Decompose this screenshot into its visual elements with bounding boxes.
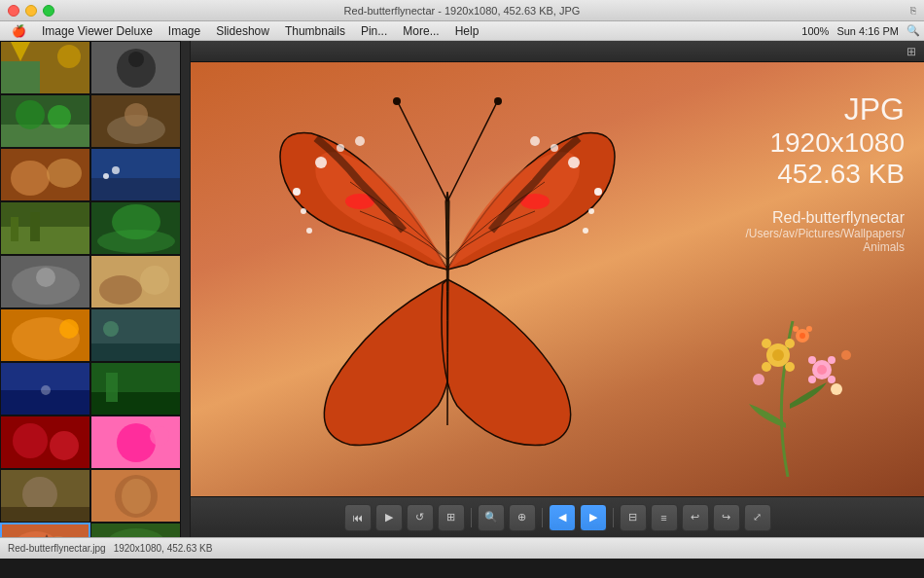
svg-point-99 xyxy=(753,374,764,385)
thumbnail-item[interactable] xyxy=(90,469,181,523)
split-view-button[interactable]: ⊟ xyxy=(620,504,647,531)
thumbnail-item[interactable] xyxy=(0,362,90,415)
thumb-row xyxy=(0,201,190,255)
copy-window-icon[interactable]: ⊞ xyxy=(906,45,916,58)
menu-image[interactable]: Image xyxy=(160,21,208,41)
svg-point-96 xyxy=(793,326,799,332)
thumbnail-item[interactable] xyxy=(0,415,90,469)
undo-button[interactable]: ↩ xyxy=(682,504,709,531)
minimize-button[interactable] xyxy=(25,5,37,17)
svg-rect-44 xyxy=(91,392,181,415)
bottom-toolbar: ⏮ ▶ ↺ ⊞ 🔍 ⊕ ◀ ▶ ⊟ ≡ ↩ ↪ ⤢ xyxy=(191,496,924,537)
redo-button[interactable]: ↪ xyxy=(713,504,740,531)
thumbnail-item[interactable] xyxy=(90,94,181,148)
zoom-in-button[interactable]: ⊕ xyxy=(509,504,536,531)
thumbnail-item[interactable] xyxy=(90,255,181,308)
menu-pin[interactable]: Pin... xyxy=(353,21,395,41)
svg-point-91 xyxy=(828,356,835,364)
thumbnail-item[interactable] xyxy=(90,201,181,255)
zoom-out-button[interactable]: 🔍 xyxy=(478,504,505,531)
svg-point-93 xyxy=(828,376,835,383)
svg-point-50 xyxy=(117,423,156,462)
svg-point-47 xyxy=(13,423,48,458)
svg-point-64 xyxy=(315,157,327,168)
image-path-line2: Animals xyxy=(745,240,905,254)
thumb-row xyxy=(0,362,190,415)
status-details: 1920x1080, 452.63 KB xyxy=(114,543,213,554)
menu-app-name[interactable]: Image Viewer Deluxe xyxy=(34,21,160,41)
thumbnail-item[interactable] xyxy=(0,469,90,523)
fullscreen-button[interactable] xyxy=(43,5,54,17)
thumbnail-item[interactable] xyxy=(0,308,90,362)
svg-point-10 xyxy=(48,105,71,128)
window-title: Red-butterflynectar - 1920x1080, 452.63 … xyxy=(344,5,581,17)
svg-point-65 xyxy=(337,144,344,152)
svg-point-76 xyxy=(588,208,594,214)
image-path-line1: /Users/av/Pictures/Wallpapers/ xyxy=(745,227,905,240)
grid-button[interactable]: ⊞ xyxy=(438,504,465,531)
svg-point-9 xyxy=(16,100,45,129)
thumbnail-item[interactable] xyxy=(0,94,90,148)
svg-point-36 xyxy=(59,319,79,339)
rotate-left-button[interactable]: ↺ xyxy=(407,504,434,531)
skip-back-button[interactable]: ⏮ xyxy=(344,504,372,531)
menu-slideshow[interactable]: Slideshow xyxy=(208,21,277,41)
svg-rect-24 xyxy=(30,212,40,241)
thumbnail-item[interactable] xyxy=(0,255,90,308)
toolbar-separator xyxy=(613,508,614,527)
apple-menu[interactable]: 🍎 xyxy=(4,21,34,41)
image-canvas: JPG 1920x1080 452.63 KB Red-butterflynec… xyxy=(191,62,924,496)
thumbnail-item[interactable] xyxy=(90,523,181,537)
zoom-level: 100% xyxy=(801,25,829,37)
image-dimensions: 1920x1080 xyxy=(745,127,905,159)
content-header: ⊞ xyxy=(191,41,924,62)
menu-more[interactable]: More... xyxy=(395,21,446,41)
menu-help[interactable]: Help xyxy=(447,21,487,41)
svg-point-77 xyxy=(583,228,588,234)
thumbnail-item-selected[interactable] xyxy=(0,523,90,537)
toolbar-separator xyxy=(471,508,472,527)
svg-point-20 xyxy=(112,166,120,174)
thumbnail-item[interactable] xyxy=(0,148,90,201)
titlebar-right: ⎘ xyxy=(910,5,916,16)
svg-point-42 xyxy=(41,385,51,395)
thumbnail-sidebar[interactable] xyxy=(0,41,191,537)
svg-point-75 xyxy=(594,188,602,196)
svg-point-92 xyxy=(808,376,816,383)
svg-line-78 xyxy=(399,104,447,201)
svg-rect-38 xyxy=(91,343,181,362)
thumbnail-item[interactable] xyxy=(90,362,181,415)
svg-point-16 xyxy=(47,159,82,188)
traffic-lights xyxy=(8,5,54,17)
menu-bar: 🍎 Image Viewer Deluxe Image Slideshow Th… xyxy=(0,21,924,41)
prev-image-button[interactable]: ◀ xyxy=(549,504,576,531)
next-image-button[interactable]: ▶ xyxy=(580,504,607,531)
main-layout: ⊞ xyxy=(0,41,924,537)
svg-point-30 xyxy=(36,268,55,287)
display-icon: ⎘ xyxy=(910,5,916,16)
svg-point-90 xyxy=(808,356,816,364)
thumb-row xyxy=(0,94,190,148)
thumbnail-item[interactable] xyxy=(0,41,90,94)
thumbnail-item[interactable] xyxy=(90,41,181,94)
title-bar: Red-butterflynectar - 1920x1080, 452.63 … xyxy=(0,0,924,21)
svg-rect-1 xyxy=(1,61,40,94)
search-menu-icon[interactable]: 🔍 xyxy=(906,24,920,37)
thumbnail-item[interactable] xyxy=(90,148,181,201)
list-view-button[interactable]: ≡ xyxy=(651,504,678,531)
menu-thumbnails[interactable]: Thumbnails xyxy=(277,21,353,41)
close-button[interactable] xyxy=(8,5,19,17)
svg-point-66 xyxy=(355,136,365,146)
thumbnail-item[interactable] xyxy=(0,201,90,255)
thumbnail-item[interactable] xyxy=(90,415,181,469)
toolbar-separator xyxy=(542,508,543,527)
thumbnail-item[interactable] xyxy=(90,308,181,362)
thumb-row xyxy=(0,415,190,469)
svg-point-95 xyxy=(800,333,805,339)
svg-point-84 xyxy=(762,339,771,348)
flowers-image xyxy=(681,282,895,477)
play-button[interactable]: ▶ xyxy=(375,504,403,531)
status-bar: Red-butterflynectar.jpg 1920x1080, 452.6… xyxy=(0,537,924,559)
svg-point-27 xyxy=(112,204,160,239)
fullscreen-view-button[interactable]: ⤢ xyxy=(744,504,771,531)
